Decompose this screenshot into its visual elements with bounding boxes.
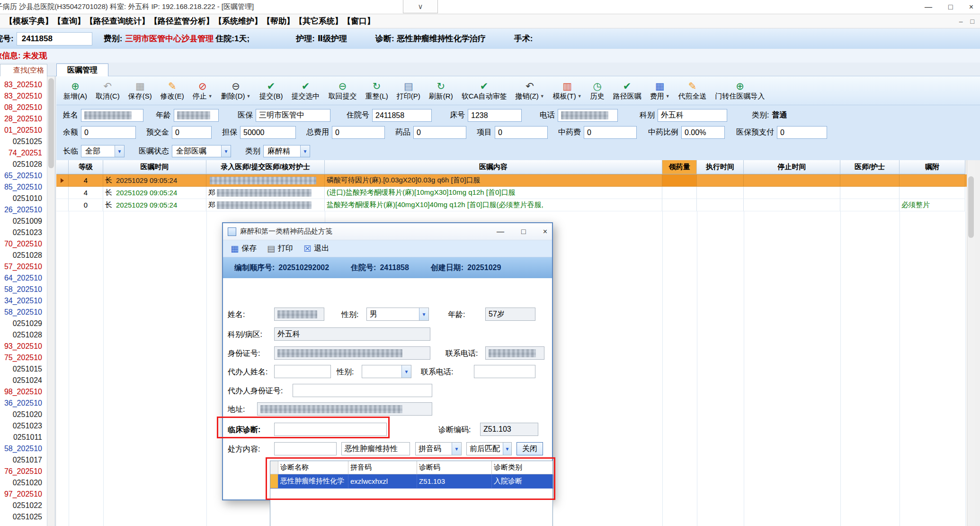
chevron-down-icon[interactable]: ▼ (666, 94, 670, 99)
column-header[interactable]: 停止时间 (744, 160, 840, 174)
lookup-column-header[interactable]: 诊断码 (417, 461, 492, 474)
patient-list-item[interactable]: 83_202510 (0, 79, 47, 91)
menu-item[interactable]: 【路径监管分析】 (150, 17, 214, 26)
patient-list-item[interactable]: 01_202510 (0, 125, 47, 136)
toolbar-button[interactable]: ▥ 模板(T) ▼ (549, 77, 586, 104)
toolbar-button[interactable]: ↶ 取消(C) ▼ (91, 77, 124, 104)
id-number-field[interactable] (274, 346, 430, 360)
patient-list-item[interactable]: 97_202510 (0, 489, 47, 500)
orders-scrollbar-thumb[interactable] (968, 176, 974, 238)
chevron-down-icon[interactable]: ▼ (401, 365, 411, 378)
chevron-down-icon[interactable]: ▼ (300, 145, 310, 157)
toolbar-button[interactable]: ⊕ 新增(A) ▼ (59, 77, 91, 104)
dialog-print-button[interactable]: ▤打印 (267, 244, 293, 254)
name-field[interactable] (274, 308, 324, 321)
patient-list-item[interactable]: 74_20251 (0, 147, 47, 159)
patient-list-item[interactable]: 0251029 (0, 318, 47, 329)
lookup-column-header[interactable]: 诊断名称 (278, 461, 348, 474)
patient-list-item[interactable]: 0251025 (0, 136, 47, 147)
toolbar-button[interactable]: ✔ 软CA自动审签 ▼ (457, 77, 511, 104)
patient-list-item[interactable]: 57_202510 (0, 261, 47, 272)
column-header[interactable]: 医嘱时间 (103, 160, 206, 174)
dialog-minimize-button[interactable]: — (497, 227, 504, 236)
chevron-down-icon[interactable]: ▼ (540, 94, 544, 99)
filter-select[interactable]: 全部医嘱▼ (172, 145, 231, 157)
patient-list-item[interactable]: 58_202510 (0, 284, 47, 295)
patient-list-item[interactable]: 58_202510 (0, 307, 47, 318)
patient-list-item[interactable]: 0251028 (0, 159, 47, 170)
agent-phone-field[interactable] (474, 365, 535, 378)
lookup-column-header[interactable]: 拼音码 (348, 461, 417, 474)
patient-list-item[interactable]: 0251009 (0, 216, 47, 227)
field-input[interactable]: 0.00% (681, 126, 725, 139)
menubar-restore-icon[interactable]: □ (971, 18, 974, 25)
patient-list-item[interactable]: 0251025 (0, 511, 47, 523)
age-field[interactable]: 57岁 (485, 308, 535, 321)
patient-list-item[interactable]: 0251023 (0, 420, 47, 432)
sidebar-scrollbar-thumb[interactable] (48, 78, 54, 168)
agent-sex-select[interactable]: ▼ (362, 365, 411, 378)
menu-item[interactable]: 【模板字典】 (5, 17, 53, 26)
lookup-column-header[interactable]: 诊断类别 (492, 461, 553, 474)
patient-list-item[interactable]: 0251015 (0, 363, 47, 375)
toolbar-button[interactable]: ▦ 保存(S) ▼ (124, 77, 156, 104)
toolbar-button[interactable]: ⊕ 门转住医嘱导入 ▼ (711, 77, 769, 104)
patient-list-item[interactable]: 75_202510 (0, 352, 47, 363)
patient-list-item[interactable]: 0251028 (0, 250, 47, 261)
toolbar-button[interactable]: ▤ 打印(P) ▼ (392, 77, 425, 104)
dialog-exit-button[interactable]: ☒退出 (303, 244, 329, 254)
patient-list-item[interactable]: 08_202510 (0, 102, 47, 113)
column-header[interactable]: 医嘱内容 (325, 160, 662, 174)
toolbar-button[interactable]: ✔ 提交(B) ▼ (255, 77, 287, 104)
field-input[interactable] (174, 109, 219, 122)
filter-select[interactable]: 全部▼ (81, 145, 125, 157)
patient-list-item[interactable]: 0251010 (0, 193, 47, 204)
patient-list-item[interactable]: 70_202510 (0, 238, 47, 250)
field-input[interactable]: 0 (81, 126, 136, 139)
chevron-down-icon[interactable]: ▼ (208, 94, 213, 99)
toolbar-button[interactable]: ↻ 刷新(R) ▼ (425, 77, 457, 104)
agent-name-field[interactable] (274, 365, 331, 378)
chevron-down-icon[interactable]: ▼ (578, 94, 582, 99)
patient-list-item[interactable]: 0251024 (0, 375, 47, 386)
field-input[interactable]: 0 (495, 126, 548, 139)
chevron-down-icon[interactable]: ▼ (503, 443, 511, 455)
chevron-down-icon[interactable]: ▼ (115, 145, 124, 157)
close-lookup-button[interactable]: 关闭 (517, 442, 543, 455)
match-mode-select-1[interactable]: 拼音码▼ (415, 442, 462, 455)
menubar-minimize-icon[interactable]: – (959, 18, 963, 25)
clinical-diagnosis-field[interactable] (274, 423, 387, 436)
column-header[interactable]: 执行时间 (697, 160, 744, 174)
field-input[interactable]: 普通 (772, 109, 787, 122)
toolbar-button[interactable]: ↶ 撤销(Z) ▼ (511, 77, 549, 104)
chevron-down-icon[interactable]: ▼ (221, 145, 231, 157)
chevron-down-icon[interactable]: ▼ (452, 443, 461, 455)
patient-list-item[interactable]: 65_202510 (0, 170, 47, 181)
patient-list-item[interactable]: 98_202510 (0, 386, 47, 398)
column-header[interactable]: 领药量 (662, 160, 697, 174)
match-mode-select-2[interactable]: 前后匹配▼ (466, 442, 512, 455)
field-input[interactable] (558, 109, 618, 122)
maximize-button[interactable]: □ (948, 3, 953, 11)
toolbar-button[interactable]: ↻ 重整(L) ▼ (361, 77, 392, 104)
field-input[interactable]: 0 (332, 126, 385, 139)
patient-list-item[interactable]: 0251011 (0, 432, 47, 443)
sidebar-scrollbar[interactable] (47, 76, 55, 526)
menu-item[interactable]: 【查询】 (53, 17, 85, 26)
patient-list-item[interactable]: 0251017 (0, 454, 47, 466)
order-row[interactable]: 4 长20251029 09:05:24 磷酸可待因片(麻).[0.03gX20… (56, 174, 967, 187)
field-input[interactable]: 三明市医管中 (256, 109, 330, 122)
dialog-titlebar[interactable]: 麻醉和第一类精神药品处方笺 — □ × (223, 223, 552, 240)
field-input[interactable]: 0 (584, 126, 637, 139)
toolbar-button[interactable]: ⊖ 取回提交 ▼ (324, 77, 361, 104)
close-button[interactable]: × (969, 3, 973, 11)
diagnosis-code-field[interactable]: Z51.103 (480, 423, 538, 436)
column-header[interactable] (56, 160, 69, 174)
patient-list-item[interactable]: 0251022 (0, 500, 47, 511)
chevron-down-icon[interactable]: ▼ (247, 94, 251, 99)
patient-list-item[interactable]: 85_202510 (0, 181, 47, 193)
menu-item[interactable]: 【窗口】 (343, 17, 375, 26)
column-header[interactable]: 等级 (69, 160, 103, 174)
toolbar-button[interactable]: ✔ 提交选中 ▼ (287, 77, 324, 104)
field-input[interactable] (81, 109, 143, 122)
